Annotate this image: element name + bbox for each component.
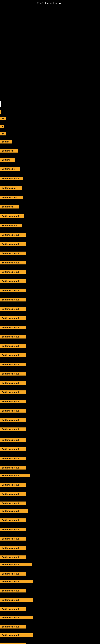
bottleneck-badge[interactable]: Bottleneck result <box>0 261 26 264</box>
bottleneck-badge[interactable]: Bottleneck result <box>0 214 24 218</box>
bottleneck-badge[interactable]: Bottleneck result <box>0 616 33 619</box>
bottleneck-badge[interactable]: Bottleneck result <box>0 288 26 292</box>
bottleneck-badge[interactable]: Bottleneck result <box>0 528 26 531</box>
bottleneck-badge[interactable]: Bottleneck result <box>0 518 26 522</box>
site-title: TheBottlenecker.com <box>37 2 63 5</box>
bottleneck-badge[interactable]: Bottleneck result <box>0 589 26 592</box>
bottleneck-badge[interactable]: Bottleneck result <box>0 307 26 311</box>
bottleneck-badge[interactable]: Bottleneck result <box>0 492 26 496</box>
bottleneck-badge[interactable]: Bottleneck result <box>0 438 26 442</box>
bottleneck-badge[interactable]: Bottleneck result <box>0 400 26 403</box>
bottleneck-badge[interactable]: Bottleneck result <box>0 409 26 412</box>
bottleneck-badge[interactable]: Bottleneck result <box>0 483 26 486</box>
bottleneck-badge[interactable]: B4 <box>0 132 6 136</box>
bottleneck-badge[interactable]: Bottleneck r <box>0 149 18 152</box>
bottleneck-badge[interactable]: Bottleneck result <box>0 563 32 566</box>
bottleneck-badge[interactable]: B <box>0 125 4 128</box>
bottleneck-badge[interactable]: Bottleneck result <box>0 633 33 637</box>
bottleneck-badge[interactable]: Bottleneck result <box>0 448 26 451</box>
bottleneck-badge[interactable]: Bottleneck result <box>0 474 30 477</box>
bottleneck-badge[interactable]: Bottlene <box>0 158 15 162</box>
bottleneck-badge[interactable]: Bottleneck result <box>0 580 33 583</box>
bottleneck-badge[interactable]: Bottleneck result <box>0 418 26 422</box>
bottleneck-badge[interactable]: Bottleneck result <box>0 598 33 602</box>
bottleneck-badge[interactable]: Bottleneck result <box>0 326 26 329</box>
bottleneck-badge[interactable]: Bottleneck result <box>0 363 26 366</box>
cursor-indicator-2 <box>0 110 1 114</box>
bottleneck-badge[interactable]: Bottleneck result <box>0 344 26 348</box>
bottleneck-badge[interactable]: Bottleneck result <box>0 316 26 320</box>
bottleneck-badge[interactable]: Bottleneck result <box>0 457 26 460</box>
bottleneck-badge[interactable]: Bottleneck result <box>0 625 26 628</box>
bottleneck-badge[interactable]: Bottleneck result <box>0 279 26 283</box>
bottleneck-badge[interactable]: Bottleneck result <box>0 502 26 505</box>
cursor-indicator-1 <box>0 100 1 107</box>
bottleneck-badge[interactable]: Bottleneck res <box>0 196 23 199</box>
bottleneck-badge[interactable]: Bottleneck result <box>0 354 26 357</box>
bottleneck-badge[interactable]: Bottleneck result <box>0 372 26 376</box>
bottleneck-badge[interactable]: Bottleneck result <box>0 607 26 611</box>
bottleneck-badge[interactable]: Bottlen <box>0 140 12 144</box>
bottleneck-badge[interactable]: Bottleneck result <box>0 298 26 302</box>
bottleneck-badge[interactable]: Bottleneck result <box>0 642 26 644</box>
bottleneck-badge[interactable]: Bottleneck result <box>0 390 26 394</box>
bottleneck-badge[interactable]: Bottleneck result <box>0 556 26 559</box>
bottleneck-badge[interactable]: Bottleneck result <box>0 252 26 255</box>
bottleneck-badge[interactable]: Bottleneck result <box>0 509 28 513</box>
bottleneck-badge[interactable]: Bottleneck result <box>0 572 26 576</box>
bottleneck-badge[interactable]: Bottleneck resul <box>0 177 23 180</box>
bottleneck-badge[interactable]: Bottleneck re <box>0 167 20 171</box>
bottleneck-badge[interactable]: B4 <box>0 117 6 120</box>
bottleneck-badge[interactable]: Bottleneck result <box>0 428 26 431</box>
bottleneck-badge[interactable]: Bottleneck res <box>0 224 22 228</box>
bottleneck-badge[interactable]: Bottleneck result <box>0 466 26 470</box>
bottleneck-badge[interactable]: Bottleneck result <box>0 381 26 385</box>
bottleneck-badge[interactable]: Bottleneck result <box>0 537 26 540</box>
bottleneck-badge[interactable]: Bottleneck result <box>0 233 26 237</box>
bottleneck-badge[interactable]: Bottleneck result <box>0 335 26 338</box>
bottleneck-badge[interactable]: Bottleneck ra <box>0 186 22 190</box>
bottleneck-badge[interactable]: Bottleneck result <box>0 242 26 246</box>
bottleneck-badge[interactable]: Bottleneck <box>0 205 19 208</box>
bottleneck-badge[interactable]: Bottleneck result <box>0 546 26 550</box>
bottleneck-badge[interactable]: Bottleneck result <box>0 270 26 274</box>
